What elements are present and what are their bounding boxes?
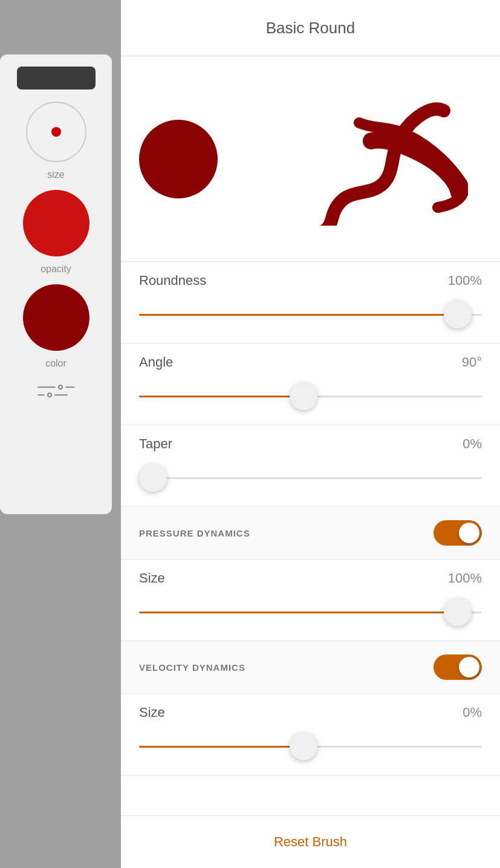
- velocity-size-slider[interactable]: [139, 731, 482, 762]
- roundness-row: Roundness 100%: [121, 262, 500, 344]
- pressure-size-track-fill: [139, 612, 458, 613]
- pressure-size-value: 100%: [448, 570, 482, 586]
- panel-title: Basic Round: [266, 19, 355, 38]
- pressure-size-slider[interactable]: [139, 597, 482, 627]
- roundness-track-fill: [139, 314, 458, 316]
- taper-track-bg: [139, 477, 482, 479]
- settings-icon[interactable]: [37, 385, 75, 397]
- preview-area: [121, 56, 500, 262]
- pressure-dynamics-toggle[interactable]: [433, 520, 482, 546]
- reset-row: Reset Brush: [121, 815, 500, 868]
- angle-row: Angle 90°: [121, 344, 500, 425]
- velocity-size-row: Size 0%: [121, 694, 500, 775]
- main-panel: Basic Round Roundness 100%: [121, 0, 500, 868]
- angle-thumb[interactable]: [290, 382, 317, 410]
- velocity-dynamics-row: VELOCITY DYNAMICS: [121, 641, 500, 694]
- sliders-section: Roundness 100% Angle 90° T: [121, 262, 500, 815]
- size-circle[interactable]: [26, 102, 86, 162]
- pressure-dynamics-label: PRESSURE DYNAMICS: [139, 528, 250, 538]
- velocity-dynamics-label: VELOCITY DYNAMICS: [139, 662, 245, 673]
- velocity-size-label: Size: [139, 705, 165, 720]
- color-label: color: [45, 358, 67, 369]
- roundness-value: 100%: [448, 273, 482, 289]
- velocity-size-thumb[interactable]: [290, 733, 317, 760]
- opacity-label: opacity: [41, 264, 71, 275]
- taper-value: 0%: [463, 436, 482, 452]
- taper-thumb[interactable]: [139, 464, 167, 492]
- angle-label: Angle: [139, 354, 173, 370]
- reset-brush-button[interactable]: Reset Brush: [274, 834, 347, 850]
- sidebar-bar: [17, 67, 96, 90]
- angle-slider[interactable]: [139, 381, 482, 411]
- size-dot: [51, 127, 61, 137]
- angle-track-fill: [139, 396, 304, 397]
- color-circle[interactable]: [23, 284, 89, 351]
- roundness-thumb[interactable]: [444, 301, 472, 328]
- pressure-dynamics-row: PRESSURE DYNAMICS: [121, 507, 500, 560]
- roundness-slider[interactable]: [139, 299, 482, 330]
- pressure-size-label: Size: [139, 570, 165, 586]
- brush-stroke-preview: [236, 93, 482, 226]
- brush-stroke-svg: [250, 93, 468, 226]
- taper-row: Taper 0%: [121, 425, 500, 507]
- size-label: size: [47, 169, 64, 180]
- velocity-size-value: 0%: [463, 705, 482, 720]
- velocity-toggle-knob: [459, 657, 479, 677]
- header: Basic Round: [121, 0, 500, 56]
- roundness-label: Roundness: [139, 273, 206, 289]
- brush-circle-preview: [139, 120, 218, 198]
- pressure-toggle-knob: [459, 523, 479, 543]
- angle-value: 90°: [462, 354, 482, 370]
- velocity-dynamics-toggle[interactable]: [433, 654, 482, 680]
- sidebar: size opacity color: [0, 54, 112, 514]
- opacity-circle[interactable]: [23, 190, 89, 256]
- pressure-size-thumb[interactable]: [444, 598, 472, 626]
- pressure-size-row: Size 100%: [121, 560, 500, 641]
- taper-label: Taper: [139, 436, 172, 452]
- taper-slider[interactable]: [139, 463, 482, 493]
- velocity-size-track-fill: [139, 746, 304, 748]
